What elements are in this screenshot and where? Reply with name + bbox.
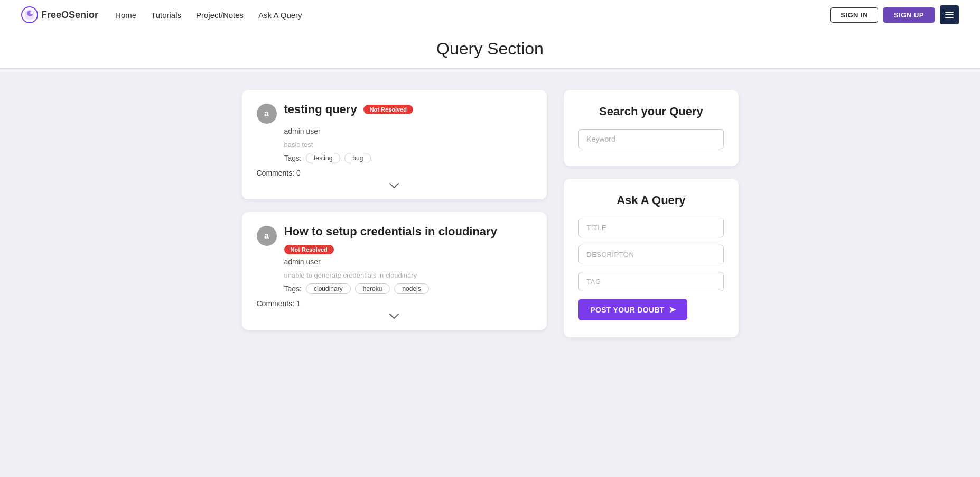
query-2-tag-1: heroku — [355, 283, 390, 294]
menu-icon — [945, 12, 954, 18]
query-1-tags-label: Tags: — [284, 154, 302, 162]
query-1-title-wrap: testing query Not Resolved — [284, 103, 413, 116]
nav-tutorials[interactable]: Tutorials — [151, 11, 181, 20]
avatar-1: a — [257, 104, 277, 124]
signup-button[interactable]: SIGN UP — [883, 7, 935, 23]
query-1-tag-0: testing — [306, 153, 340, 163]
page-title: Query Section — [0, 39, 980, 59]
nav-actions: SIGN IN SIGN UP — [830, 5, 959, 24]
ask-tag-input[interactable] — [578, 272, 723, 291]
navbar: FreeOSenior Home Tutorials Project/Notes… — [0, 0, 980, 30]
query-1-status-badge: Not Resolved — [363, 105, 413, 114]
query-card-2: a How to setup credentials in cloudinary… — [242, 212, 547, 330]
post-arrow-icon: ➤ — [669, 305, 676, 315]
query-2-comments: Comments: 1 — [257, 299, 533, 308]
page-title-bar: Query Section — [0, 30, 980, 69]
query-2-tag-0: cloudinary — [306, 283, 351, 294]
chevron-down-icon — [389, 182, 399, 189]
svg-rect-3 — [945, 12, 954, 13]
query-1-author: admin user — [284, 127, 533, 135]
brand-name-text: FreeOSenior — [41, 10, 98, 21]
post-doubt-label: POST YOUR DOUBT — [590, 306, 664, 314]
right-column: Search your Query Ask A Query POST YOUR … — [564, 90, 738, 337]
query-card-1: a testing query Not Resolved admin user … — [242, 90, 547, 199]
nav-ask-query[interactable]: Ask A Query — [258, 11, 302, 20]
brand-logo-icon — [21, 6, 38, 23]
query-2-tags-label: Tags: — [284, 285, 302, 293]
query-card-2-header: a How to setup credentials in cloudinary… — [257, 225, 533, 254]
main-content: a testing query Not Resolved admin user … — [147, 69, 834, 359]
query-1-comments: Comments: 0 — [257, 169, 533, 177]
queries-column: a testing query Not Resolved admin user … — [242, 90, 547, 337]
search-section-title: Search your Query — [578, 105, 723, 118]
search-input[interactable] — [578, 129, 723, 149]
query-1-expand-button[interactable] — [257, 180, 533, 191]
query-2-author: admin user — [284, 258, 533, 266]
nav-home[interactable]: Home — [115, 11, 136, 20]
dark-icon-button[interactable] — [940, 5, 959, 24]
ask-section-title: Ask A Query — [578, 194, 723, 207]
query-1-tag-1: bug — [344, 153, 371, 163]
svg-rect-4 — [945, 14, 954, 15]
query-2-tag-2: nodejs — [394, 283, 428, 294]
nav-project-notes[interactable]: Project/Notes — [196, 11, 244, 20]
query-2-title-wrap: How to setup credentials in cloudinary N… — [284, 225, 533, 254]
signin-button[interactable]: SIGN IN — [830, 7, 878, 23]
query-1-title-row: testing query Not Resolved — [284, 103, 413, 116]
ask-query-card: Ask A Query POST YOUR DOUBT ➤ — [564, 179, 738, 337]
query-2-expand-button[interactable] — [257, 311, 533, 322]
query-1-title: testing query — [284, 103, 357, 116]
search-card: Search your Query — [564, 90, 738, 166]
query-2-title-row: How to setup credentials in cloudinary N… — [284, 225, 533, 254]
svg-point-2 — [30, 11, 33, 14]
query-1-tags-row: Tags: testing bug — [284, 153, 533, 163]
query-2-title: How to setup credentials in cloudinary — [284, 225, 497, 238]
ask-title-input[interactable] — [578, 218, 723, 237]
ask-description-input[interactable] — [578, 245, 723, 264]
query-card-1-header: a testing query Not Resolved — [257, 103, 533, 124]
nav-links: Home Tutorials Project/Notes Ask A Query — [115, 11, 814, 20]
post-doubt-button[interactable]: POST YOUR DOUBT ➤ — [578, 299, 687, 320]
chevron-down-icon-2 — [389, 313, 399, 319]
query-2-description: unable to generate credentials in cloudi… — [284, 271, 533, 279]
brand-link[interactable]: FreeOSenior — [21, 6, 98, 23]
avatar-2: a — [257, 226, 277, 246]
query-2-tags-row: Tags: cloudinary heroku nodejs — [284, 283, 533, 294]
query-2-status-badge: Not Resolved — [284, 245, 334, 254]
svg-rect-5 — [945, 17, 954, 18]
query-1-description: basic test — [284, 141, 533, 149]
